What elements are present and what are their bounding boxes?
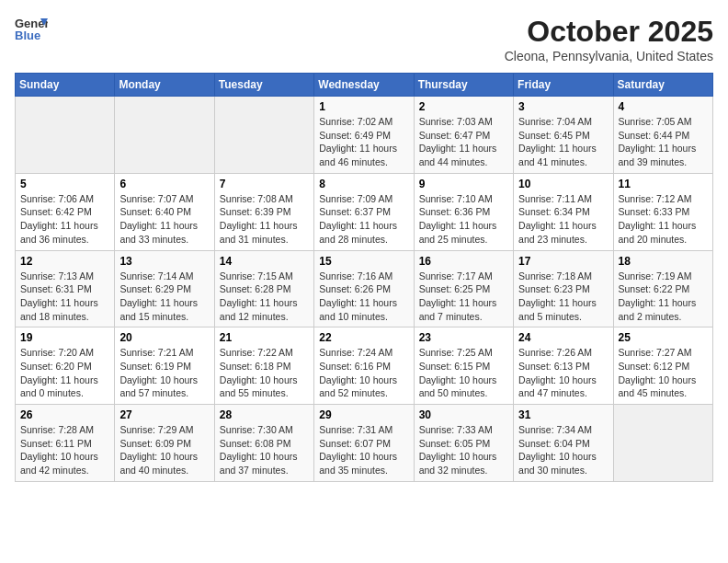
calendar-cell: 22Sunrise: 7:24 AMSunset: 6:16 PMDayligh… <box>314 327 414 405</box>
day-info: Sunrise: 7:19 AMSunset: 6:22 PMDaylight:… <box>619 270 708 324</box>
calendar-week-row: 19Sunrise: 7:20 AMSunset: 6:20 PMDayligh… <box>16 327 713 405</box>
day-info: Sunrise: 7:03 AMSunset: 6:47 PMDaylight:… <box>419 115 508 169</box>
day-number: 22 <box>319 331 408 344</box>
logo: General Blue <box>15 15 48 42</box>
day-info: Sunrise: 7:04 AMSunset: 6:45 PMDaylight:… <box>518 115 608 169</box>
day-number: 6 <box>119 178 209 190</box>
calendar-cell: 23Sunrise: 7:25 AMSunset: 6:15 PMDayligh… <box>414 327 513 405</box>
day-number: 9 <box>419 178 508 190</box>
day-number: 12 <box>20 255 109 268</box>
calendar-cell: 11Sunrise: 7:12 AMSunset: 6:33 PMDayligh… <box>613 173 712 250</box>
calendar-cell: 18Sunrise: 7:19 AMSunset: 6:22 PMDayligh… <box>613 250 712 327</box>
day-info: Sunrise: 7:10 AMSunset: 6:36 PMDaylight:… <box>419 192 508 247</box>
day-info: Sunrise: 7:09 AMSunset: 6:37 PMDaylight:… <box>319 192 408 247</box>
day-info: Sunrise: 7:14 AMSunset: 6:29 PMDaylight:… <box>119 270 209 324</box>
weekday-header: Wednesday <box>314 74 414 97</box>
calendar-cell: 13Sunrise: 7:14 AMSunset: 6:29 PMDayligh… <box>115 250 214 327</box>
day-info: Sunrise: 7:29 AMSunset: 6:09 PMDaylight:… <box>119 423 209 477</box>
weekday-header: Friday <box>514 74 613 97</box>
day-number: 23 <box>419 331 508 344</box>
calendar-week-row: 1Sunrise: 7:02 AMSunset: 6:49 PMDaylight… <box>16 97 713 174</box>
calendar-week-row: 12Sunrise: 7:13 AMSunset: 6:31 PMDayligh… <box>16 250 713 327</box>
calendar-cell: 29Sunrise: 7:31 AMSunset: 6:07 PMDayligh… <box>314 405 414 482</box>
weekday-header: Monday <box>115 74 214 97</box>
calendar-cell: 3Sunrise: 7:04 AMSunset: 6:45 PMDaylight… <box>514 97 613 174</box>
day-info: Sunrise: 7:22 AMSunset: 6:18 PMDaylight:… <box>220 346 309 400</box>
day-info: Sunrise: 7:07 AMSunset: 6:40 PMDaylight:… <box>119 192 209 247</box>
day-number: 11 <box>619 178 708 190</box>
calendar-cell: 1Sunrise: 7:02 AMSunset: 6:49 PMDaylight… <box>314 97 414 174</box>
calendar-cell: 19Sunrise: 7:20 AMSunset: 6:20 PMDayligh… <box>16 327 115 405</box>
day-info: Sunrise: 7:02 AMSunset: 6:49 PMDaylight:… <box>319 115 408 169</box>
calendar-week-row: 5Sunrise: 7:06 AMSunset: 6:42 PMDaylight… <box>16 173 713 250</box>
day-number: 5 <box>20 178 109 190</box>
day-info: Sunrise: 7:15 AMSunset: 6:28 PMDaylight:… <box>220 270 309 324</box>
calendar-cell: 10Sunrise: 7:11 AMSunset: 6:34 PMDayligh… <box>514 173 613 250</box>
calendar-cell: 12Sunrise: 7:13 AMSunset: 6:31 PMDayligh… <box>16 250 115 327</box>
day-number: 4 <box>619 100 708 113</box>
day-info: Sunrise: 7:20 AMSunset: 6:20 PMDaylight:… <box>20 346 109 400</box>
month-title: October 2025 <box>505 15 713 49</box>
day-number: 13 <box>119 255 209 268</box>
day-number: 14 <box>220 255 309 268</box>
day-info: Sunrise: 7:25 AMSunset: 6:15 PMDaylight:… <box>419 346 508 400</box>
day-info: Sunrise: 7:33 AMSunset: 6:05 PMDaylight:… <box>419 423 508 477</box>
svg-text:Blue: Blue <box>15 29 40 42</box>
weekday-header: Sunday <box>16 74 115 97</box>
day-number: 24 <box>518 331 608 344</box>
calendar-cell: 21Sunrise: 7:22 AMSunset: 6:18 PMDayligh… <box>214 327 313 405</box>
calendar-cell: 9Sunrise: 7:10 AMSunset: 6:36 PMDaylight… <box>414 173 513 250</box>
day-number: 2 <box>419 100 508 113</box>
day-number: 31 <box>518 408 608 421</box>
calendar-cell <box>115 97 214 174</box>
calendar-table: SundayMondayTuesdayWednesdayThursdayFrid… <box>15 73 713 482</box>
calendar-cell: 2Sunrise: 7:03 AMSunset: 6:47 PMDaylight… <box>414 97 513 174</box>
day-number: 15 <box>319 255 408 268</box>
day-number: 1 <box>319 100 408 113</box>
calendar-cell <box>16 97 115 174</box>
day-info: Sunrise: 7:24 AMSunset: 6:16 PMDaylight:… <box>319 346 408 400</box>
day-info: Sunrise: 7:08 AMSunset: 6:39 PMDaylight:… <box>220 192 309 247</box>
calendar-cell: 5Sunrise: 7:06 AMSunset: 6:42 PMDaylight… <box>16 173 115 250</box>
calendar-cell: 6Sunrise: 7:07 AMSunset: 6:40 PMDaylight… <box>115 173 214 250</box>
day-number: 25 <box>619 331 708 344</box>
day-info: Sunrise: 7:17 AMSunset: 6:25 PMDaylight:… <box>419 270 508 324</box>
calendar-cell: 28Sunrise: 7:30 AMSunset: 6:08 PMDayligh… <box>214 405 313 482</box>
calendar-cell: 30Sunrise: 7:33 AMSunset: 6:05 PMDayligh… <box>414 405 513 482</box>
day-info: Sunrise: 7:30 AMSunset: 6:08 PMDaylight:… <box>220 423 309 477</box>
calendar-cell: 8Sunrise: 7:09 AMSunset: 6:37 PMDaylight… <box>314 173 414 250</box>
day-number: 28 <box>220 408 309 421</box>
day-info: Sunrise: 7:28 AMSunset: 6:11 PMDaylight:… <box>20 423 109 477</box>
calendar-cell: 15Sunrise: 7:16 AMSunset: 6:26 PMDayligh… <box>314 250 414 327</box>
day-info: Sunrise: 7:18 AMSunset: 6:23 PMDaylight:… <box>518 270 608 324</box>
weekday-header: Thursday <box>414 74 513 97</box>
calendar-cell: 24Sunrise: 7:26 AMSunset: 6:13 PMDayligh… <box>514 327 613 405</box>
day-number: 8 <box>319 178 408 190</box>
day-number: 7 <box>220 178 309 190</box>
calendar-week-row: 26Sunrise: 7:28 AMSunset: 6:11 PMDayligh… <box>16 405 713 482</box>
day-number: 29 <box>319 408 408 421</box>
title-block: October 2025 Cleona, Pennsylvania, Unite… <box>505 15 713 63</box>
calendar-cell: 26Sunrise: 7:28 AMSunset: 6:11 PMDayligh… <box>16 405 115 482</box>
day-info: Sunrise: 7:31 AMSunset: 6:07 PMDaylight:… <box>319 423 408 477</box>
calendar-cell: 27Sunrise: 7:29 AMSunset: 6:09 PMDayligh… <box>115 405 214 482</box>
calendar-cell: 17Sunrise: 7:18 AMSunset: 6:23 PMDayligh… <box>514 250 613 327</box>
page-header: General Blue October 2025 Cleona, Pennsy… <box>15 15 713 63</box>
day-info: Sunrise: 7:16 AMSunset: 6:26 PMDaylight:… <box>319 270 408 324</box>
calendar-cell: 14Sunrise: 7:15 AMSunset: 6:28 PMDayligh… <box>214 250 313 327</box>
weekday-header: Saturday <box>613 74 712 97</box>
header-row: SundayMondayTuesdayWednesdayThursdayFrid… <box>16 74 713 97</box>
day-info: Sunrise: 7:11 AMSunset: 6:34 PMDaylight:… <box>518 192 608 247</box>
day-info: Sunrise: 7:05 AMSunset: 6:44 PMDaylight:… <box>619 115 708 169</box>
calendar-cell <box>214 97 313 174</box>
day-info: Sunrise: 7:27 AMSunset: 6:12 PMDaylight:… <box>619 346 708 400</box>
day-number: 27 <box>119 408 209 421</box>
day-number: 30 <box>419 408 508 421</box>
day-number: 19 <box>20 331 109 344</box>
logo-icon: General Blue <box>15 15 48 42</box>
calendar-cell: 25Sunrise: 7:27 AMSunset: 6:12 PMDayligh… <box>613 327 712 405</box>
day-number: 17 <box>518 255 608 268</box>
day-info: Sunrise: 7:26 AMSunset: 6:13 PMDaylight:… <box>518 346 608 400</box>
day-number: 16 <box>419 255 508 268</box>
day-info: Sunrise: 7:06 AMSunset: 6:42 PMDaylight:… <box>20 192 109 247</box>
